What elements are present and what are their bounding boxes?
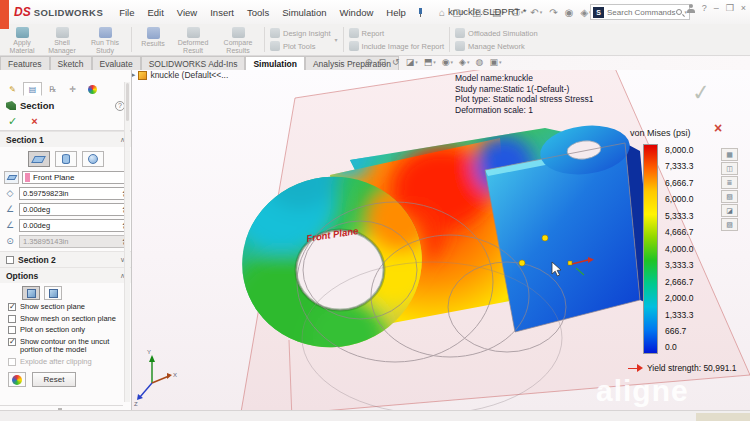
tab-solidworks-add-ins[interactable]: SOLIDWORKS Add-Ins <box>141 56 246 70</box>
plot-tools-dropdown-icon[interactable]: ▾ <box>333 36 340 43</box>
edge-distance-input: 1.35895143in ▴▾ <box>19 235 127 248</box>
checkbox-plot-on-section-only[interactable]: Plot on section only <box>8 326 125 335</box>
x-rotation-input[interactable]: 0.00deg ▴▾ <box>19 203 127 216</box>
tree-expand-icon[interactable]: ▶ <box>132 71 135 79</box>
search-commands-box[interactable]: S ▾ <box>590 4 690 20</box>
confirmation-cancel-icon[interactable]: × <box>714 120 722 136</box>
yield-arrow-icon <box>637 364 643 372</box>
confirmation-ok-icon[interactable]: ✓ <box>691 79 712 107</box>
tab-evaluate[interactable]: Evaluate <box>92 56 141 70</box>
tab-features[interactable]: Features <box>0 56 50 70</box>
reset-button[interactable]: Reset <box>32 372 76 387</box>
minimize-icon[interactable]: – <box>714 3 719 13</box>
spherical-section-button[interactable] <box>82 151 104 167</box>
clipping-settings-button[interactable] <box>8 372 26 387</box>
home-icon[interactable]: ⌂ <box>439 7 445 18</box>
results-button[interactable]: Results <box>135 25 171 54</box>
clip-one-side-button[interactable] <box>22 286 40 300</box>
menu-edit[interactable]: Edit <box>147 7 163 18</box>
offset-distance-input[interactable]: 0.59759823in ▴▾ <box>19 187 127 200</box>
property-manager-panel: ✎ ▤ ℞ ✛ Section ? ✓ × Section 1 ∧ <box>0 70 132 410</box>
cancel-button[interactable]: × <box>31 116 37 126</box>
dim-xpert-tab[interactable]: ✛ <box>63 82 82 96</box>
zoom-fit-icon[interactable]: ⊕ <box>365 57 373 67</box>
legend-tick-label: 2,666.7 <box>665 278 693 287</box>
offloaded-simulation-button[interactable]: Offloaded Simulation <box>455 28 538 38</box>
reference-plane-button[interactable] <box>4 171 19 184</box>
configuration-manager-tab[interactable]: ℞ <box>43 82 62 96</box>
checkbox-show-contour-uncut[interactable]: Show contour on the uncut portion of the… <box>8 338 125 355</box>
restore-icon[interactable]: ❒ <box>726 3 734 13</box>
pin-menu-icon[interactable] <box>416 8 425 17</box>
iso-clipping-icon[interactable]: ▧ <box>721 190 738 203</box>
legend-title: von Mises (psi) <box>630 128 750 138</box>
view-settings-icon[interactable]: ▣▾ <box>489 57 501 67</box>
menu-insert[interactable]: Insert <box>210 7 234 18</box>
compare-results-button[interactable]: Compare Results <box>215 25 261 54</box>
tree-root-label[interactable]: knuckle (Default<<... <box>150 70 228 80</box>
checkbox-show-section-plane[interactable]: Show section plane <box>8 303 125 312</box>
display-style-icon[interactable]: ◉▾ <box>442 57 453 67</box>
legend-option-icon[interactable]: ▦ <box>721 148 738 161</box>
section-clipping-icon[interactable]: ◪ <box>721 204 738 217</box>
compare-results-icon <box>232 27 245 38</box>
deformed-result-button[interactable]: Deformed Result <box>171 25 215 54</box>
design-insight-button[interactable]: Design Insight <box>270 28 331 38</box>
menu-help[interactable]: Help <box>386 7 406 18</box>
redo-icon[interactable]: ↷ <box>549 7 557 18</box>
planar-section-button[interactable] <box>28 151 50 167</box>
search-scope-icon[interactable]: S <box>593 7 604 18</box>
cylindrical-section-button[interactable] <box>55 151 77 167</box>
user-account-icon[interactable] <box>687 4 695 13</box>
shell-manager-button[interactable]: Shell Manager <box>42 25 82 54</box>
tab-simulation[interactable]: Simulation <box>245 56 304 70</box>
panel-scrollbar[interactable] <box>124 82 130 402</box>
reference-plane-field[interactable]: Front Plane <box>22 171 127 184</box>
section1-group-header[interactable]: Section 1 ∧ <box>0 131 131 147</box>
menu-tools[interactable]: Tools <box>247 7 269 18</box>
appearance-icon[interactable]: ◍ <box>476 57 484 67</box>
menu-view[interactable]: View <box>177 7 197 18</box>
command-manager-tabs: Features Sketch Evaluate SOLIDWORKS Add-… <box>0 56 750 70</box>
display-manager-tab[interactable] <box>83 82 102 96</box>
zoom-area-icon[interactable]: ⊡ <box>379 57 387 67</box>
graphics-area[interactable]: Front Plane Y <box>132 70 750 410</box>
property-manager-tab[interactable]: ▤ <box>23 82 42 96</box>
search-icon[interactable] <box>676 9 682 15</box>
view-orientation-icon[interactable]: ⬒▾ <box>424 57 436 67</box>
probe-icon[interactable]: ≣ <box>721 176 738 189</box>
apply-material-button[interactable]: Apply Material <box>2 25 42 54</box>
chart-option-icon[interactable]: ◫ <box>721 162 738 175</box>
checkbox-show-mesh-on-section-plane[interactable]: Show mesh on section plane <box>8 315 125 324</box>
close-icon[interactable]: × <box>741 3 746 13</box>
tab-sketch[interactable]: Sketch <box>50 56 92 70</box>
help-icon[interactable]: ? <box>702 3 707 13</box>
offloaded-simulation-icon <box>455 28 465 38</box>
section-view-icon[interactable]: ◪▾ <box>406 57 418 67</box>
plot-tools-button[interactable]: Plot Tools <box>270 41 331 51</box>
search-input[interactable] <box>607 8 676 17</box>
deformed-shape-icon[interactable]: ▨ <box>721 218 738 231</box>
section2-checkbox[interactable] <box>6 256 14 264</box>
feature-manager-tab[interactable]: ✎ <box>3 82 22 96</box>
menu-file[interactable]: File <box>119 7 134 18</box>
run-this-study-button[interactable]: Run This Study <box>82 25 128 54</box>
panel-splitter[interactable] <box>0 405 123 406</box>
options-group-header[interactable]: Options ∧ <box>0 267 131 283</box>
hide-show-items-icon[interactable]: ◈▾ <box>459 57 469 67</box>
triad-x-label: X <box>173 372 177 378</box>
flyout-feature-tree[interactable]: ▶ knuckle (Default<<... <box>132 70 228 80</box>
report-button[interactable]: Report <box>349 28 445 38</box>
include-image-for-report-button[interactable]: Include Image for Report <box>349 41 445 51</box>
clip-both-sides-button[interactable] <box>44 286 62 300</box>
menu-window[interactable]: Window <box>340 7 374 18</box>
previous-view-icon[interactable]: ↺ <box>392 57 400 67</box>
legend-tick-label: 6,666.7 <box>665 179 693 188</box>
menu-simulation[interactable]: Simulation <box>282 7 326 18</box>
rebuild-icon[interactable]: ◉ <box>565 7 574 18</box>
y-rotation-input[interactable]: 0.00deg ▴▾ <box>19 219 127 232</box>
manage-network-button[interactable]: Manage Network <box>455 41 538 51</box>
ok-button[interactable]: ✓ <box>8 116 17 126</box>
undo-icon[interactable]: ↶▾ <box>530 7 542 18</box>
section2-group-header[interactable]: Section 2 ∨ <box>0 251 131 267</box>
